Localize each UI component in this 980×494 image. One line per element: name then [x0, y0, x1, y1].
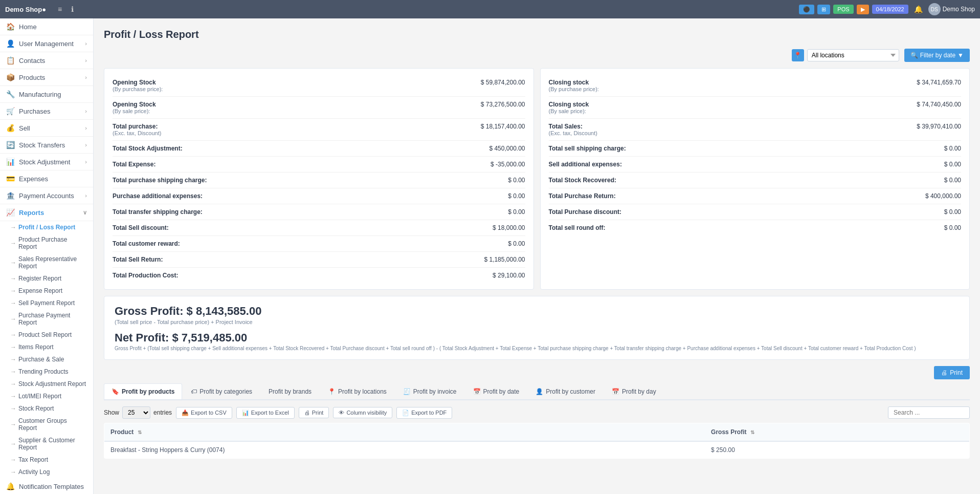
tab-profit-by-date[interactable]: 📅 Profit by date — [465, 383, 527, 399]
sidebar-sub-activity-log[interactable]: Activity Log — [0, 466, 93, 478]
print-label: Print — [950, 369, 963, 376]
entries-select[interactable]: 25 10 50 100 — [122, 406, 150, 419]
sidebar: 🏠 Home 👤 User Management › 📋 Contacts › … — [0, 18, 94, 494]
sidebar-sub-expense[interactable]: Expense Report — [0, 285, 93, 297]
sidebar-item-contacts[interactable]: 📋 Contacts › — [0, 52, 93, 69]
chevron-right-icon-7: › — [85, 159, 87, 165]
report-row: Total transfer shipping charge: $ 0.00 — [113, 204, 525, 220]
notification-icon: 🔔 — [6, 482, 15, 490]
sidebar-sub-supplier-customer[interactable]: Supplier & Customer Report — [0, 434, 93, 454]
sidebar-sub-tax[interactable]: Tax Report — [0, 454, 93, 466]
sidebar-sub-items[interactable]: Items Report — [0, 341, 93, 353]
purchases-icon: 🛒 — [6, 107, 15, 115]
report-row: Sell additional expenses: $ 0.00 — [549, 157, 962, 173]
tab-profit-by-customer[interactable]: 👤 Profit by customer — [528, 383, 603, 399]
export-excel-button[interactable]: 📊 Export to Excel — [236, 407, 295, 419]
tab-profit-by-invoice[interactable]: 🧾 Profit by invoice — [395, 383, 464, 399]
column-visibility-button[interactable]: 👁 Column visibility — [333, 407, 392, 418]
tab-label-5: Profit by invoice — [413, 388, 457, 395]
sidebar-item-stock-transfers[interactable]: 🔄 Stock Transfers › — [0, 137, 93, 154]
tag-icon-2: 🏷 — [191, 388, 197, 395]
sidebar-item-manufacturing[interactable]: 🔧 Manufacturing — [0, 86, 93, 103]
date-badge: 04/18/2022 — [872, 5, 908, 14]
sidebar-item-reports[interactable]: 📈 Reports ∨ — [0, 204, 93, 221]
table-search-input[interactable] — [888, 406, 970, 419]
top-btn-grid[interactable]: ⊞ — [817, 5, 830, 14]
export-csv-button[interactable]: 📥 Export to CSV — [176, 407, 232, 419]
sidebar-sub-stock[interactable]: Stock Report — [0, 402, 93, 415]
chevron-right-icon-2: › — [85, 57, 87, 63]
hamburger-icon[interactable]: ≡ — [55, 4, 64, 14]
sidebar-item-notification-templates[interactable]: 🔔 Notification Templates — [0, 478, 93, 494]
sidebar-item-home[interactable]: 🏠 Home — [0, 18, 93, 35]
sidebar-sub-profit-loss[interactable]: Profit / Loss Report — [0, 221, 93, 233]
main-content: Profit / Loss Report 📍 All locations 🔍 F… — [94, 18, 980, 494]
report-row: Total Sell discount: $ 18,000.00 — [113, 220, 525, 236]
table-controls: Show 25 10 50 100 entries 📥 Export to CS… — [104, 406, 970, 419]
stock-adj-icon: 📊 — [6, 158, 15, 166]
print-button[interactable]: 🖨 Print — [934, 366, 970, 379]
sidebar-sub-register[interactable]: Register Report — [0, 272, 93, 285]
col-gross-profit[interactable]: Gross Profit ⇅ — [705, 423, 969, 442]
sidebar-label-products: Products — [19, 74, 45, 81]
sidebar-sub-sales-rep[interactable]: Sales Representative Report — [0, 253, 93, 272]
chevron-right-icon-3: › — [85, 74, 87, 80]
sort-icon-profit: ⇅ — [750, 429, 754, 435]
chevron-right-icon-5: › — [85, 125, 87, 131]
sidebar-sub-purchase-sale[interactable]: Purchase & Sale — [0, 353, 93, 366]
user-name: Demo Shop — [943, 6, 975, 13]
tab-profit-by-products[interactable]: 🔖 Profit by products — [104, 383, 182, 400]
bell-icon[interactable]: 🔔 — [911, 4, 925, 14]
sidebar-sub-customer-groups[interactable]: Customer Groups Report — [0, 415, 93, 434]
sidebar-item-expenses[interactable]: 💳 Expenses — [0, 170, 93, 187]
report-row: Opening Stock (By sale price): $ 73,276,… — [113, 97, 525, 119]
products-icon: 📦 — [6, 73, 15, 81]
tab-profit-by-locations[interactable]: 📍 Profit by locations — [320, 383, 394, 399]
chevron-down-icon: ∨ — [83, 209, 87, 216]
top-btn-video[interactable]: ▶ — [857, 5, 869, 14]
tab-profit-by-categories[interactable]: 🏷 Profit by categories — [183, 383, 260, 399]
user-badge[interactable]: DS Demo Shop — [928, 3, 975, 15]
manufacturing-icon: 🔧 — [6, 90, 15, 98]
sidebar-sub-stock-adj-report[interactable]: Stock Adjustment Report — [0, 378, 93, 390]
sidebar-item-sell[interactable]: 💰 Sell › — [0, 120, 93, 137]
user-avatar: DS — [928, 3, 941, 15]
sidebar-sub-sell-payment[interactable]: Sell Payment Report — [0, 297, 93, 309]
sidebar-item-payment-accounts[interactable]: 🏦 Payment Accounts › — [0, 187, 93, 204]
info-icon[interactable]: ℹ — [69, 4, 76, 14]
top-btn-pos[interactable]: POS — [833, 5, 853, 14]
right-report-card: Closing stock (By purchase price): $ 34,… — [540, 68, 970, 290]
sidebar-item-products[interactable]: 📦 Products › — [0, 69, 93, 86]
sidebar-sub-purchase-payment[interactable]: Purchase Payment Report — [0, 309, 93, 329]
brand-name[interactable]: Demo Shop● — [5, 6, 46, 13]
chevron-right-icon: › — [85, 40, 87, 47]
export-pdf-button[interactable]: 📄 Export to PDF — [396, 407, 452, 419]
report-row: Total purchase shipping charge: $ 0.00 — [113, 173, 525, 188]
sidebar-label-user-management: User Management — [19, 40, 74, 48]
filter-date-button[interactable]: 🔍 Filter by date ▼ — [904, 49, 970, 62]
sidebar-item-stock-adjustment[interactable]: 📊 Stock Adjustment › — [0, 154, 93, 170]
sidebar-sub-product-sell[interactable]: Product Sell Report — [0, 329, 93, 341]
show-label: Show — [104, 409, 119, 416]
sidebar-item-purchases[interactable]: 🛒 Purchases › — [0, 103, 93, 120]
sidebar-item-user-management[interactable]: 👤 User Management › — [0, 35, 93, 52]
gross-profit-amount: $ 8,143,585.00 — [187, 305, 262, 317]
sidebar-sub-lot-imei[interactable]: Lot/IMEI Report — [0, 390, 93, 402]
sidebar-sub-trending[interactable]: Trending Products — [0, 366, 93, 378]
sidebar-label-sell: Sell — [19, 124, 30, 132]
location-select[interactable]: All locations — [807, 49, 899, 61]
table-print-button[interactable]: 🖨 Print — [299, 407, 329, 418]
tab-label: Profit by products — [122, 388, 174, 395]
col-product[interactable]: Product ⇅ — [104, 423, 705, 442]
cell-product: Breakfast - String Hoppers & Curry (0074… — [104, 441, 705, 459]
top-btn-1[interactable]: ⚫ — [799, 5, 814, 14]
report-row: Total sell shipping charge: $ 0.00 — [549, 141, 962, 157]
sidebar-sub-product-purchase[interactable]: Product Purchase Report — [0, 233, 93, 253]
payment-icon: 🏦 — [6, 191, 15, 200]
expenses-icon: 💳 — [6, 175, 15, 183]
tab-profit-by-brands[interactable]: Profit by brands — [261, 383, 319, 399]
tab-label-6: Profit by date — [483, 388, 520, 395]
table-row: Breakfast - String Hoppers & Curry (0074… — [104, 441, 970, 459]
net-profit-label: Net Profit: — [115, 331, 172, 344]
tab-profit-by-day[interactable]: 📅 Profit by day — [604, 383, 664, 399]
